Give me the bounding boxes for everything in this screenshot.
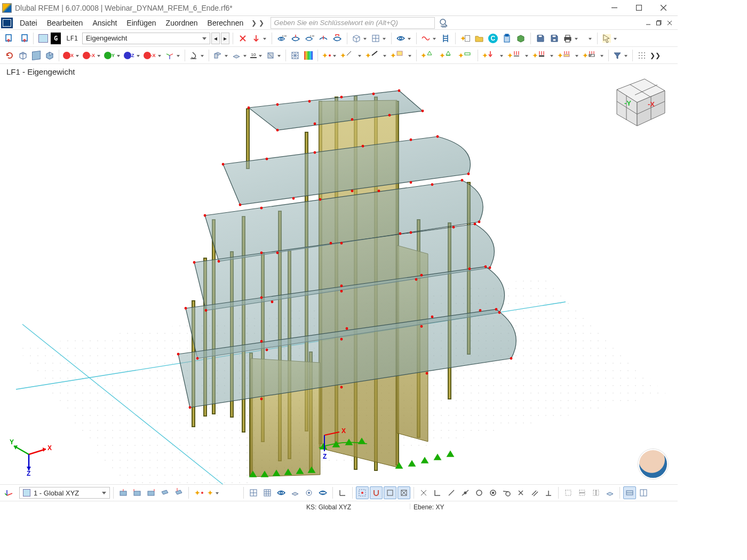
quick-search[interactable]: Geben Sie ein Schlüsselwort ein (Alt+Q) <box>271 17 435 29</box>
snap-corner-icon[interactable] <box>431 486 444 499</box>
model-viewport[interactable]: LF1 - Eigengewicht <box>0 64 678 484</box>
snap-surface-icon[interactable] <box>603 486 616 499</box>
surface-toggle-icon[interactable] <box>289 486 301 499</box>
grid-icon[interactable] <box>370 32 388 45</box>
menu-logo-icon[interactable] <box>1 18 13 28</box>
menu-datei[interactable]: Datei <box>15 17 42 29</box>
close-button[interactable] <box>651 0 676 16</box>
menu-zuordnen[interactable]: Zuordnen <box>161 17 203 29</box>
snap-xbox-toggle[interactable] <box>398 486 410 499</box>
new-support-1[interactable]: ✦ <box>419 49 438 62</box>
plate-icon[interactable] <box>231 49 249 62</box>
menu-overflow[interactable]: ❯ ❯ <box>248 18 267 28</box>
loadcase-step-prev[interactable]: ◂ <box>211 33 220 44</box>
new-load-node[interactable]: ✦ <box>481 49 505 62</box>
mdi-close[interactable] <box>665 18 674 28</box>
grid-small-icon[interactable] <box>247 486 260 499</box>
new-load-member[interactable]: ✦ <box>531 49 555 62</box>
axis-x-icon[interactable]: X <box>62 49 81 62</box>
view-4-icon[interactable] <box>158 486 171 499</box>
snap-center-icon[interactable] <box>487 486 499 499</box>
new-support-3[interactable]: ✦ <box>457 49 475 62</box>
grid-plus-icon[interactable] <box>261 486 274 499</box>
save-icon[interactable] <box>534 32 547 45</box>
new-member-icon[interactable]: ✦ <box>364 49 388 62</box>
new-star-icon[interactable]: ✦ <box>192 486 205 499</box>
overflow-right-icon[interactable]: ❯❯ <box>649 49 662 62</box>
eye-col-icon[interactable] <box>289 32 302 45</box>
mdi-restore[interactable] <box>654 18 664 28</box>
axis-y-icon[interactable]: Y <box>103 49 122 62</box>
snap-cross-icon[interactable] <box>417 486 430 499</box>
new-load-hatch[interactable]: ✦ <box>581 49 606 62</box>
menu-einfuegen[interactable]: Einfügen <box>122 17 161 29</box>
loadcase-selector[interactable]: Eigengewicht <box>82 33 210 44</box>
new-star-drop-icon[interactable]: ✦ <box>206 486 221 499</box>
box-shaded-icon[interactable] <box>43 49 56 62</box>
eye-xxx-2[interactable]: x.xx <box>303 32 316 45</box>
eye-toggle-icon[interactable] <box>275 486 288 499</box>
snap-circle-icon[interactable] <box>473 486 486 499</box>
split-h-toggle[interactable] <box>623 486 636 499</box>
snap-grid-toggle[interactable] <box>356 486 369 499</box>
open-folder-icon[interactable] <box>473 32 486 45</box>
menu-ansicht[interactable]: Ansicht <box>88 17 122 29</box>
axis-z-icon[interactable]: Z <box>123 49 142 62</box>
grid-dots-icon[interactable] <box>635 49 648 62</box>
menu-berechnen[interactable]: Berechnen <box>203 17 249 29</box>
loadcase-prev-icon[interactable] <box>3 32 16 45</box>
loadcase-step-next[interactable]: ▸ <box>221 33 229 44</box>
grid-cube-icon[interactable] <box>351 32 369 45</box>
ruler-10-icon[interactable]: 10 <box>249 49 265 62</box>
box-solid-icon[interactable] <box>30 49 43 62</box>
view-1-icon[interactable] <box>117 486 130 499</box>
new-load-surface[interactable]: ✦ <box>556 49 581 62</box>
snap-mid-icon[interactable] <box>459 486 472 499</box>
snap-rect-dots[interactable] <box>562 486 575 499</box>
delete-load-icon[interactable] <box>236 32 249 45</box>
new-line-icon[interactable]: ✦ <box>339 49 363 62</box>
cursor-yellow-icon[interactable] <box>601 32 619 45</box>
new-surface-icon[interactable]: ✦ <box>389 49 414 62</box>
eye-grid-icon[interactable] <box>316 486 329 499</box>
snap-toggle-icon[interactable] <box>303 486 315 499</box>
axis-negx-icon[interactable]: -X <box>82 49 102 62</box>
snap-perp-icon[interactable] <box>542 486 555 499</box>
mesh-x-icon[interactable] <box>289 49 301 62</box>
save-as-icon[interactable] <box>548 32 561 45</box>
eye-xxx-1[interactable]: x.xx <box>275 32 288 45</box>
box-t-icon[interactable] <box>265 49 283 62</box>
snap-tangent-icon[interactable] <box>500 486 513 499</box>
wave-icon[interactable] <box>420 32 438 45</box>
section-icon[interactable] <box>212 49 230 62</box>
view-2-icon[interactable] <box>131 486 144 499</box>
new-model-icon[interactable]: ✦ <box>459 32 472 45</box>
axis-gizmo[interactable]: X Y Z <box>10 438 52 476</box>
coordinate-system-selector[interactable]: 1 - Global XYZ <box>19 487 110 499</box>
eye-plain-icon[interactable] <box>395 32 413 45</box>
menu-bearbeiten[interactable]: Bearbeiten <box>42 17 88 29</box>
box-wire-icon[interactable] <box>17 49 29 62</box>
advanced-search-icon[interactable] <box>438 18 450 28</box>
axis-negx2-icon[interactable]: -X <box>142 49 163 62</box>
new-support-2[interactable]: ✦ <box>438 49 456 62</box>
overflow-icon[interactable] <box>581 32 594 45</box>
snap-parallel-icon[interactable] <box>528 486 541 499</box>
mdi-minimize[interactable] <box>643 18 653 28</box>
view-3-icon[interactable] <box>145 486 157 499</box>
view-5-icon[interactable] <box>172 486 185 499</box>
axis-iso-icon[interactable] <box>164 49 182 62</box>
mesh-color-icon[interactable] <box>302 49 315 62</box>
snap-x-icon[interactable] <box>514 486 527 499</box>
snap-magnet-toggle[interactable] <box>370 486 383 499</box>
minimize-button[interactable] <box>602 0 626 16</box>
new-load-line[interactable]: ✦ <box>506 49 530 62</box>
filter-icon[interactable] <box>611 49 630 62</box>
microscope-icon[interactable] <box>188 49 206 62</box>
eye-bracket-icon[interactable] <box>331 32 344 45</box>
snap-box-toggle[interactable] <box>384 486 396 499</box>
ladder-icon[interactable] <box>439 32 452 45</box>
cs-icon[interactable] <box>3 486 16 499</box>
load-arrow-down-icon[interactable] <box>250 32 268 45</box>
block-icon[interactable] <box>514 32 527 45</box>
